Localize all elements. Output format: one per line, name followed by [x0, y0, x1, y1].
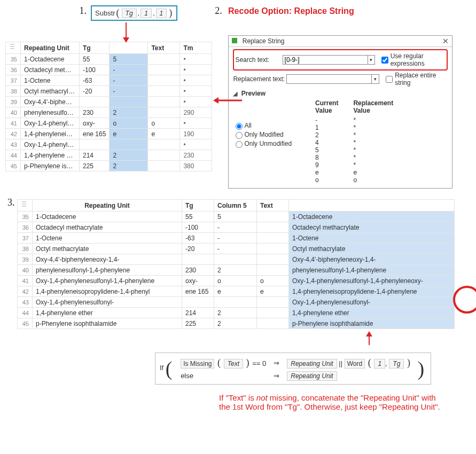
- col-header-text[interactable]: Text: [148, 42, 180, 54]
- table-row[interactable]: 42 1,4-phenyleneisopropylidene-1,4-pheny…: [18, 286, 455, 297]
- table-row[interactable]: 351-Octadecene5551-Octadecene: [18, 212, 455, 222]
- table-row[interactable]: 45p-Phenylene is…2252380: [6, 161, 212, 171]
- table-row[interactable]: 36Octadecyl methacrylate-100-Octadecyl m…: [18, 222, 455, 233]
- cell-tg[interactable]: -100: [80, 65, 110, 75]
- cell-column-5[interactable]: -: [110, 75, 148, 86]
- cell-tg[interactable]: ene 165: [80, 129, 110, 139]
- table-row[interactable]: 38Octyl methacrylate-20-Octyl methacryla…: [18, 244, 455, 254]
- cell-column-7[interactable]: Oxy-1,4-phenylenesulfonyl-1,4-phenyleneo…: [289, 276, 455, 286]
- cell-column-5[interactable]: 5: [214, 212, 257, 222]
- cell-repeating-unit[interactable]: Octyl methacryl…: [21, 86, 80, 97]
- cell-column-5[interactable]: 2: [214, 308, 257, 318]
- cell-text[interactable]: [148, 107, 180, 118]
- cell-column-5[interactable]: -: [110, 86, 148, 97]
- table-row[interactable]: 40phenylenesulfonyl-1,4-phenylene2302phe…: [18, 265, 455, 276]
- replace-entire-checkbox[interactable]: [386, 76, 393, 83]
- table-row[interactable]: 43Oxy-1,4-phenyl…•: [6, 139, 212, 150]
- table-row[interactable]: 351-Octadecene555•: [6, 54, 212, 65]
- cell-column-5[interactable]: 5: [110, 54, 148, 65]
- cell-text[interactable]: [148, 161, 180, 171]
- col-header-repeating-unit[interactable]: Repeating Unit: [21, 42, 80, 54]
- cell-repeating-unit[interactable]: Oxy-1,4-phenylenesulfonyl-: [33, 297, 182, 308]
- cell-column-5[interactable]: o: [110, 118, 148, 129]
- cell-tm[interactable]: •: [180, 97, 212, 107]
- cell-column-5[interactable]: 2: [214, 318, 257, 329]
- cell-text[interactable]: [257, 297, 289, 308]
- cell-repeating-unit[interactable]: Oxy-4,4'-biphenyleneoxy-1,4-: [33, 254, 182, 265]
- cell-repeating-unit[interactable]: p-Phenylene isophthalamide: [33, 318, 182, 329]
- cell-tm[interactable]: •: [180, 54, 212, 65]
- cell-column-7[interactable]: p-Phenylene isophthalamide: [289, 318, 455, 329]
- cell-tg[interactable]: -20: [182, 244, 214, 254]
- table-row[interactable]: 36Octadecyl met…-100-•: [6, 65, 212, 75]
- cell-column-5[interactable]: -: [214, 244, 257, 254]
- col-header-text[interactable]: Text: [257, 200, 289, 212]
- cell-tg[interactable]: 225: [80, 161, 110, 171]
- table-row[interactable]: 40phenylenesulfo…2302290: [6, 107, 212, 118]
- table-row[interactable]: 371-Octene-63-1-Octene: [18, 233, 455, 244]
- table-3[interactable]: Repeating Unit Tg Column 5 Text Column 7…: [17, 199, 471, 329]
- cell-tg[interactable]: -100: [182, 222, 214, 233]
- table-1[interactable]: Repeating Unit Tg Column 5 Text Tm 351-O…: [5, 42, 212, 171]
- cell-tg[interactable]: 230: [182, 265, 214, 276]
- cell-column-7[interactable]: phenylenesulfonyl-1,4-phenylene: [289, 265, 455, 276]
- cell-tg[interactable]: oxy-: [80, 118, 110, 129]
- table-row[interactable]: 39Oxy-4,4'-biphe…•: [6, 97, 212, 107]
- cell-text[interactable]: [257, 244, 289, 254]
- table-row[interactable]: 441,4-phenylene ether21421,4-phenylene e…: [18, 308, 455, 318]
- cell-tg[interactable]: [182, 254, 214, 265]
- cell-repeating-unit[interactable]: Octadecyl met…: [21, 65, 80, 75]
- cell-repeating-unit[interactable]: 1,4-phenylenei…: [21, 129, 80, 139]
- cell-text[interactable]: [257, 233, 289, 244]
- cell-text[interactable]: e: [257, 286, 289, 297]
- table-row[interactable]: 42 1,4-phenylenei…ene 165ee190: [6, 129, 212, 139]
- cell-repeating-unit[interactable]: 1,4-phenylene …: [21, 150, 80, 161]
- cell-tg[interactable]: 55: [182, 212, 214, 222]
- cell-tm[interactable]: •: [180, 139, 212, 150]
- cell-column-5[interactable]: 2: [110, 107, 148, 118]
- cell-column-5[interactable]: [214, 297, 257, 308]
- cell-text[interactable]: [257, 254, 289, 265]
- cell-tg[interactable]: -63: [182, 233, 214, 244]
- cell-column-7[interactable]: 1-Octadecene: [289, 212, 455, 222]
- table-row[interactable]: 41Oxy-1,4-phenyl…oxy-oo•: [6, 118, 212, 129]
- cell-tg[interactable]: -63: [80, 75, 110, 86]
- cell-repeating-unit[interactable]: 1-Octadecene: [21, 54, 80, 65]
- cell-tm[interactable]: •: [180, 65, 212, 75]
- col-header-column-5[interactable]: Column 5: [214, 200, 257, 212]
- cell-text[interactable]: [257, 308, 289, 318]
- cell-text[interactable]: e: [148, 129, 180, 139]
- cell-repeating-unit[interactable]: 1-Octene: [33, 233, 182, 244]
- cell-text[interactable]: [148, 54, 180, 65]
- cell-column-7[interactable]: Octyl methacrylate: [289, 244, 455, 254]
- cell-column-5[interactable]: -: [214, 222, 257, 233]
- cell-column-5[interactable]: 2: [110, 161, 148, 171]
- col-header-tg[interactable]: Tg: [182, 200, 214, 212]
- cell-tg[interactable]: [80, 97, 110, 107]
- cell-repeating-unit[interactable]: Octyl methacrylate: [33, 244, 182, 254]
- cell-tg[interactable]: [80, 139, 110, 150]
- cell-column-5[interactable]: e: [214, 286, 257, 297]
- cell-repeating-unit[interactable]: Oxy-1,4-phenyl…: [21, 118, 80, 129]
- cell-tg[interactable]: 214: [80, 150, 110, 161]
- cell-tg[interactable]: [182, 297, 214, 308]
- cell-repeating-unit[interactable]: 1,4-phenyleneisopropylidene-1,4-phenyl: [33, 286, 182, 297]
- cell-repeating-unit[interactable]: phenylenesulfonyl-1,4-phenylene: [33, 265, 182, 276]
- table-row[interactable]: 441,4-phenylene …2142230: [6, 150, 212, 161]
- cell-text[interactable]: [257, 265, 289, 276]
- table-row[interactable]: 45p-Phenylene isophthalamide2252p-Phenyl…: [18, 318, 455, 329]
- cell-column-5[interactable]: [110, 97, 148, 107]
- cell-column-5[interactable]: o: [214, 276, 257, 286]
- table-row[interactable]: 39Oxy-4,4'-biphenyleneoxy-1,4-Oxy-4,4'-b…: [18, 254, 455, 265]
- col-header-tm[interactable]: Tm: [180, 42, 212, 54]
- table-row[interactable]: 371-Octene-63-•: [6, 75, 212, 86]
- col-header-repeating-unit[interactable]: Repeating Unit: [33, 200, 182, 212]
- cell-tg[interactable]: 55: [80, 54, 110, 65]
- replacement-text-input[interactable]: [286, 74, 372, 84]
- cell-text[interactable]: [148, 65, 180, 75]
- cell-text[interactable]: [257, 318, 289, 329]
- cell-tm[interactable]: •: [180, 75, 212, 86]
- cell-tg[interactable]: 230: [80, 107, 110, 118]
- cell-text[interactable]: [148, 75, 180, 86]
- close-icon[interactable]: ✕: [442, 37, 449, 45]
